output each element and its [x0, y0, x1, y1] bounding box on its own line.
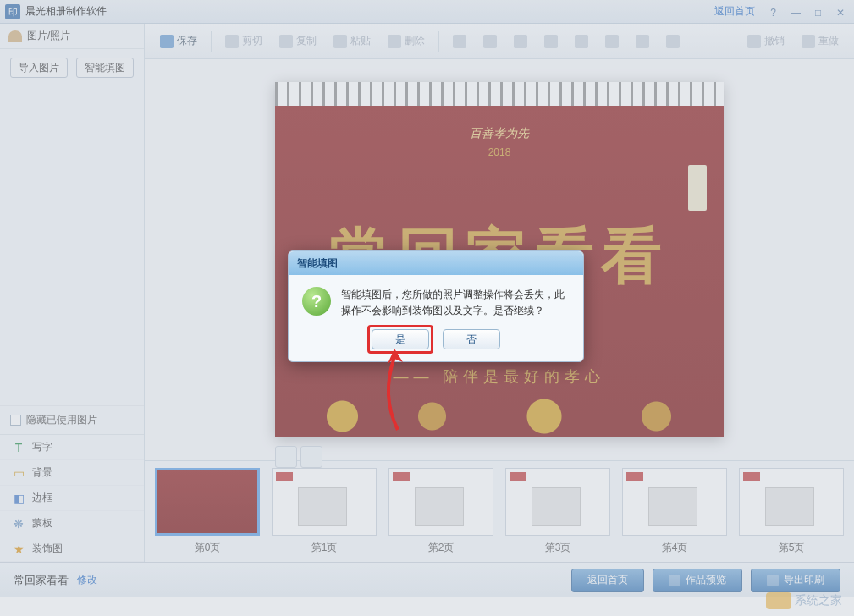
- tool-c-icon: [514, 35, 527, 48]
- tool-f-icon: [605, 35, 619, 48]
- window-controls: ? — □ ✕: [763, 4, 849, 19]
- copy-button[interactable]: 复制: [273, 30, 323, 52]
- hide-used-row[interactable]: 隐藏已使用图片: [0, 405, 144, 434]
- page-thumb-4[interactable]: 第4页: [622, 468, 727, 555]
- tool-g-icon: [636, 35, 649, 48]
- watermark-icon: [766, 592, 791, 609]
- modify-link[interactable]: 修改: [77, 573, 97, 587]
- canvas-banner: [688, 165, 707, 211]
- tool-c-button[interactable]: [507, 31, 534, 52]
- hide-used-label: 隐藏已使用图片: [26, 413, 97, 427]
- bottombar: 常回家看看 修改 返回首页 作品预览 导出印刷 系统之家: [0, 562, 854, 597]
- sidebar: 图片/照片 导入图片 智能填图 隐藏已使用图片 T写字▭背景◧边框❋蒙板★装饰图: [0, 24, 145, 562]
- thumb-image: [272, 468, 377, 536]
- canvas-binding: [275, 82, 724, 106]
- page-thumb-1[interactable]: 第1页: [272, 468, 377, 555]
- paste-button[interactable]: 粘贴: [327, 30, 377, 52]
- close-icon[interactable]: ✕: [832, 6, 849, 19]
- page-thumbnails: 第0页第1页第2页第3页第4页第5页: [145, 460, 854, 562]
- undo-button[interactable]: 撤销: [741, 30, 791, 52]
- tool-e-icon: [575, 35, 588, 48]
- canvas-corner-tools: [275, 446, 322, 468]
- undo-icon: [747, 35, 761, 48]
- tool-h-icon: [666, 35, 680, 48]
- sidebar-header: 图片/照片: [0, 24, 144, 49]
- tool-a-button[interactable]: [446, 31, 473, 52]
- smart-fill-button[interactable]: 智能填图: [76, 58, 134, 78]
- tool-tab-icon: T: [12, 441, 25, 454]
- tool-tab-2[interactable]: ◧边框: [0, 486, 144, 511]
- thumb-image: [155, 468, 260, 536]
- tool-tab-icon: ◧: [12, 492, 25, 505]
- save-icon: [160, 35, 174, 48]
- tool-f-button[interactable]: [598, 31, 625, 52]
- canvas-year: 2018: [275, 146, 724, 158]
- thumb-image: [505, 468, 610, 536]
- preview-icon: [669, 575, 680, 586]
- preview-button[interactable]: 作品预览: [653, 569, 742, 592]
- help-icon[interactable]: ?: [765, 6, 782, 19]
- bottom-home-button[interactable]: 返回首页: [571, 569, 644, 592]
- canvas-topscript: 百善孝为先: [275, 126, 724, 141]
- redo-icon: [802, 35, 815, 48]
- tool-d-button[interactable]: [537, 31, 565, 52]
- cut-button[interactable]: 剪切: [218, 30, 269, 52]
- tool-h-button[interactable]: [659, 31, 686, 52]
- question-icon: ?: [302, 287, 331, 316]
- delete-icon: [388, 35, 401, 48]
- tool-b-button[interactable]: [477, 31, 504, 52]
- tool-tabs: T写字▭背景◧边框❋蒙板★装饰图: [0, 434, 144, 562]
- tool-e-button[interactable]: [568, 31, 595, 52]
- dialog-title: 智能填图: [289, 251, 583, 275]
- tool-b-icon: [483, 35, 497, 48]
- page-thumb-0[interactable]: 第0页: [155, 468, 260, 555]
- canvas-subtitle: —— 陪伴是最好的孝心: [275, 366, 724, 387]
- hide-used-checkbox[interactable]: [10, 415, 21, 426]
- tool-g-button[interactable]: [629, 31, 656, 52]
- paste-icon: [333, 35, 347, 48]
- save-button[interactable]: 保存: [153, 30, 204, 52]
- thumb-image: [739, 468, 844, 536]
- page-thumb-5[interactable]: 第5页: [739, 468, 844, 555]
- tool-tab-1[interactable]: ▭背景: [0, 460, 144, 486]
- page-thumb-3[interactable]: 第3页: [505, 468, 610, 555]
- dialog-yes-button[interactable]: 是: [372, 329, 429, 349]
- tool-a-icon: [453, 35, 466, 48]
- app-icon: 印: [5, 4, 20, 19]
- tool-tab-icon: ★: [12, 542, 25, 556]
- maximize-icon[interactable]: □: [810, 6, 827, 19]
- cut-icon: [225, 35, 239, 48]
- import-photos-button[interactable]: 导入图片: [10, 58, 68, 78]
- tool-tab-label: 蒙板: [32, 516, 52, 531]
- thumb-label: 第2页: [428, 541, 455, 555]
- thumb-label: 第0页: [195, 541, 221, 555]
- tool-tab-icon: ▭: [12, 466, 25, 480]
- tool-tab-label: 装饰图: [32, 542, 63, 556]
- minimize-icon[interactable]: —: [787, 6, 804, 19]
- delete-button[interactable]: 删除: [381, 30, 432, 52]
- page-thumb-2[interactable]: 第2页: [388, 468, 493, 555]
- redo-button[interactable]: 重做: [795, 30, 846, 52]
- tool-tab-label: 写字: [32, 440, 52, 454]
- thumb-label: 第4页: [662, 541, 688, 555]
- person-icon: [8, 30, 22, 42]
- home-link[interactable]: 返回首页: [714, 4, 755, 19]
- corner-tool-1[interactable]: [275, 446, 297, 468]
- titlebar: 印 晨光相册制作软件 返回首页 ? — □ ✕: [0, 0, 854, 24]
- tool-tab-0[interactable]: T写字: [0, 435, 144, 460]
- export-print-button[interactable]: 导出印刷: [751, 569, 840, 592]
- thumb-label: 第1页: [311, 541, 338, 555]
- thumb-label: 第3页: [545, 541, 571, 555]
- dialog-no-button[interactable]: 否: [443, 329, 500, 349]
- thumb-label: 第5页: [779, 541, 805, 555]
- corner-tool-2[interactable]: [300, 446, 322, 468]
- canvas-flowers: [275, 395, 724, 437]
- sidebar-header-label: 图片/照片: [27, 29, 70, 43]
- print-icon: [767, 575, 779, 586]
- tool-tab-3[interactable]: ❋蒙板: [0, 511, 144, 536]
- toolbar: 保存 剪切 复制 粘贴 删除 撤销 重做: [145, 24, 854, 59]
- tool-tab-4[interactable]: ★装饰图: [0, 536, 144, 562]
- tool-tab-label: 边框: [32, 491, 52, 505]
- dialog-message: 智能填图后，您所做的照片调整操作将会丢失，此操作不会影响到装饰图以及文字。是否继…: [341, 287, 570, 319]
- watermark: 系统之家: [766, 592, 842, 609]
